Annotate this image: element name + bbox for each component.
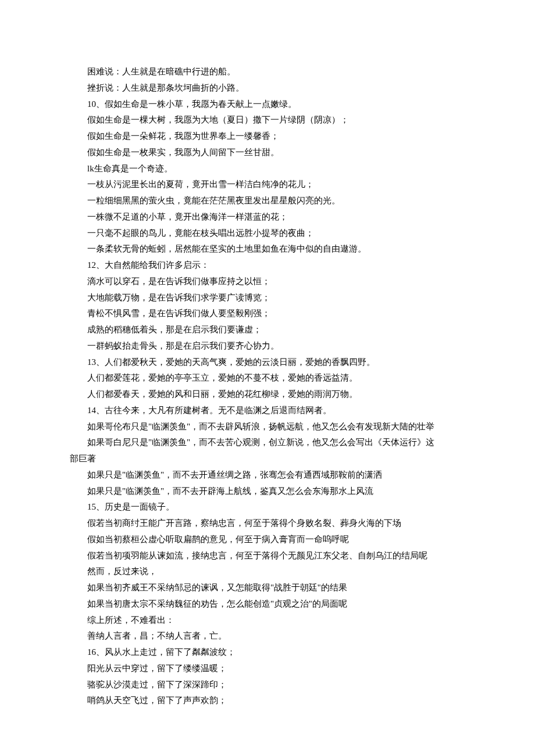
text-line: 一株微不足道的小草，竟开出像海洋一样湛蓝的花； (70, 209, 465, 225)
text-line: 假若当初项羽能从谏如流，接纳忠言，何至于落得个无颜见江东父老、自刎乌江的结局呢 (70, 548, 465, 564)
text-line: 一条柔软无骨的蚯蚓，居然能在坚实的土地里如鱼在海中似的自由遨游。 (70, 241, 465, 257)
text-line: 16、风从水上走过，留下了粼粼波纹； (70, 644, 465, 661)
text-line: 如果当初齐威王不采纳邹忌的谏讽，又怎能取得"战胜于朝廷''的结果 (70, 580, 465, 596)
text-line: 如果哥伦布只是"临渊羡鱼"，而不去辟风斩浪，扬帆远航，他又怎么会有发现新大陆的壮… (70, 419, 465, 435)
text-line: 一粒细细黑黑的萤火虫，竟能在茫茫黑夜里发出星星般闪亮的光。 (70, 193, 465, 209)
text-line: 15、历史是一面镜子。 (70, 499, 465, 515)
text-line: 哨鸽从天空飞过，留下了声声欢韵； (70, 693, 465, 709)
text-line-wrap: 部巨著 (70, 451, 465, 467)
text-line: 如果当初唐太宗不采纳魏征的劝告，怎么能创造"贞观之治''的局面呢 (70, 596, 465, 612)
text-line: 假如当初蔡桓公虚心听取扁鹊的意见，何至于病入膏肓而一命呜呼呢 (70, 532, 465, 548)
document-page: 困难说：人生就是在暗礁中行进的船。 挫折说：人生就是那条坎坷曲折的小路。 10、… (0, 0, 535, 756)
text-line: 一枝从污泥里长出的夏荷，竟开出雪一样洁白纯净的花儿； (70, 177, 465, 193)
text-line: 综上所述，不难看出： (70, 612, 465, 629)
text-line: 滴水可以穿石，是在告诉我们做事应持之以恒； (70, 274, 465, 290)
text-line: 如果只是"临渊羡鱼"，而不去开通丝绸之路，张骞怎会有通西域那鞍前的潇洒 (70, 467, 465, 483)
text-line: 善纳人言者，昌；不纳人言者，亡。 (70, 628, 465, 644)
text-line: 然而，反过来说， (70, 564, 465, 580)
text-line: 困难说：人生就是在暗礁中行进的船。 (70, 64, 465, 80)
text-line: 人们都爱莲花，爱她的亭亭玉立，爱她的不蔓不枝，爱她的香远益清。 (70, 370, 465, 386)
text-line: 假如生命是一枚果实，我愿为人间留下一丝甘甜。 (70, 145, 465, 161)
text-line: 12、大自然能给我们许多启示： (70, 257, 465, 274)
text-line: 人们都爱春天，爱她的风和日丽，爱她的花红柳绿，爱她的雨润万物。 (70, 386, 465, 403)
text-line: 假如生命是一棵大树，我愿为大地（夏日）撒下一片绿阴（阴凉）； (70, 112, 465, 128)
text-line: 成熟的稻穗低着头，那是在启示我们要谦虚； (70, 322, 465, 338)
text-line: 假若当初商纣王能广开言路，察纳忠言，何至于落得个身败名裂、葬身火海的下场 (70, 515, 465, 532)
text-line: 挫折说：人生就是那条坎坷曲折的小路。 (70, 80, 465, 96)
text-line: 如果只是"临渊羡鱼"，而不去开辟海上航线，鉴真又怎么会东海那水上风流 (70, 483, 465, 500)
text-line: 阳光从云中穿过，留下了缕缕温暖； (70, 661, 465, 677)
text-line: 10、假如生命是一株小草，我愿为春天献上一点嫩绿。 (70, 96, 465, 113)
text-line: 13、人们都爱秋天，爱她的天高气爽，爱她的云淡日丽，爱她的香飘四野。 (70, 354, 465, 371)
text-line: 假如生命是一朵鲜花，我愿为世界奉上一缕馨香； (70, 128, 465, 145)
text-line: 如果哥白尼只是"临渊羡鱼"，而不去苦心观测，创立新说，他又怎么会写出《天体运行》… (70, 435, 465, 451)
text-line: 青松不惧风雪，是在告诉我们做人要坚毅刚强； (70, 306, 465, 322)
text-line: 骆驼从沙漠走过，留下了深深蹄印； (70, 677, 465, 693)
text-line: lk生命真是一个奇迹。 (70, 161, 465, 177)
text-line: 大地能载万物，是在告诉我们求学要广读博览； (70, 290, 465, 306)
text-line: 一只毫不起眼的鸟儿，竟能在枝头唱出远胜小提琴的夜曲； (70, 225, 465, 242)
text-line: 14、古往今来，大凡有所建树者。无不是临渊之后退而结网者。 (70, 403, 465, 419)
text-line: 一群蚂蚁抬走骨头，那是在启示我们要齐心协力。 (70, 338, 465, 354)
